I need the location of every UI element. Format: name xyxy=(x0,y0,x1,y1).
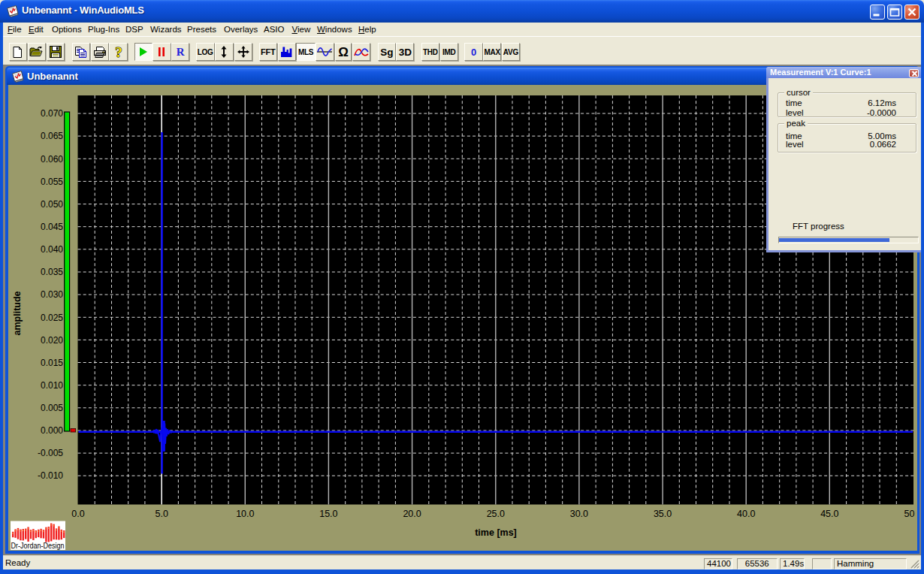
svg-text:0.035: 0.035 xyxy=(41,267,63,277)
svg-text:-0.010: -0.010 xyxy=(38,470,63,481)
svg-text:0.030: 0.030 xyxy=(41,289,63,300)
svg-text:0.065: 0.065 xyxy=(41,131,63,141)
svg-text:amplitude: amplitude xyxy=(12,291,23,335)
svg-text:35.0: 35.0 xyxy=(654,509,672,519)
svg-text:0.040: 0.040 xyxy=(41,244,63,255)
svg-text:0.045: 0.045 xyxy=(41,222,63,232)
svg-text:0.015: 0.015 xyxy=(41,358,63,368)
svg-text:0.005: 0.005 xyxy=(41,403,63,413)
svg-text:Ω: Ω xyxy=(338,46,349,58)
svg-text:0.020: 0.020 xyxy=(41,335,63,346)
svg-text:time [ms]: time [ms] xyxy=(475,527,517,538)
svg-text:15.0: 15.0 xyxy=(319,509,337,519)
svg-text:25.0: 25.0 xyxy=(487,509,505,519)
svg-text:0.0: 0.0 xyxy=(71,509,84,519)
svg-text:-0.005: -0.005 xyxy=(38,448,63,458)
svg-text:5.0: 5.0 xyxy=(156,509,168,519)
svg-text:0.060: 0.060 xyxy=(41,154,63,165)
svg-text:50: 50 xyxy=(904,509,915,519)
svg-text:?: ? xyxy=(115,45,122,59)
svg-text:20.0: 20.0 xyxy=(403,509,421,519)
svg-text:0.000: 0.000 xyxy=(41,425,63,436)
svg-text:0.070: 0.070 xyxy=(41,108,63,119)
svg-text:0.025: 0.025 xyxy=(41,313,63,323)
svg-text:40.0: 40.0 xyxy=(737,509,755,519)
svg-text:30.0: 30.0 xyxy=(570,509,588,519)
svg-text:Dr-Jordan-Design: Dr-Jordan-Design xyxy=(11,542,65,550)
svg-text:0.055: 0.055 xyxy=(41,177,63,187)
svg-text:45.0: 45.0 xyxy=(820,509,838,519)
svg-text:0.050: 0.050 xyxy=(41,199,63,210)
svg-text:10.0: 10.0 xyxy=(236,509,254,519)
svg-text:0.010: 0.010 xyxy=(41,380,63,391)
